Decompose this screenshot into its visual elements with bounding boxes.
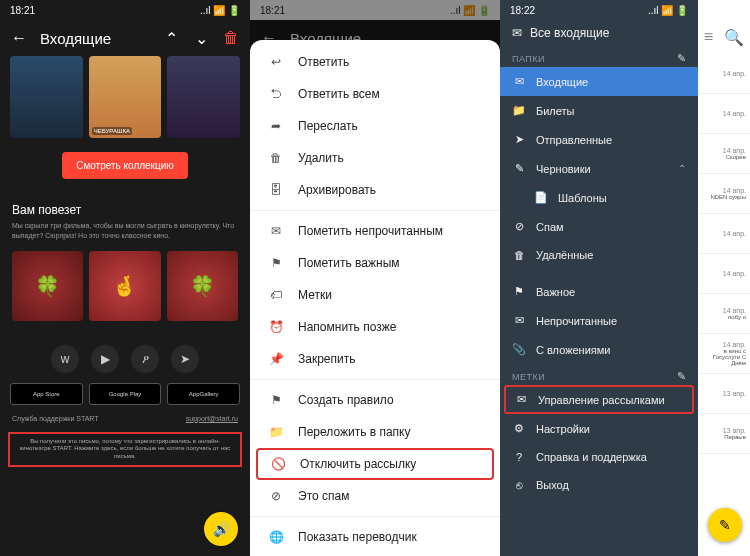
search-icon[interactable]: 🔍 <box>724 28 744 47</box>
mail-row[interactable]: 14 апр.Скорее <box>698 134 750 174</box>
menu-item[interactable]: 📌Закрепить <box>250 343 500 375</box>
drawer-item[interactable]: ⚙Настройки <box>500 414 698 443</box>
menu-item[interactable]: ⊘Это спам <box>250 480 500 512</box>
trash-icon[interactable]: 🗑 <box>222 29 240 47</box>
compose-fab[interactable]: ✎ <box>708 508 742 542</box>
menu-icon: 🗄 <box>268 183 284 197</box>
store-badges: App Store Google Play AppGallery <box>0 383 250 405</box>
unsubscribe-footer[interactable]: Вы получили это письмо, потому что зарег… <box>8 432 242 467</box>
youtube-icon[interactable]: ▶ <box>91 345 119 373</box>
support-email[interactable]: support@start.ru <box>186 415 238 422</box>
menu-icon: 🗑 <box>268 151 284 165</box>
menu-icon: ➦ <box>268 119 284 133</box>
mail-row[interactable]: 14 апр. <box>698 214 750 254</box>
menu-item[interactable]: ⏰Напомнить позже <box>250 311 500 343</box>
edit-folders-icon[interactable]: ✎ <box>677 52 687 65</box>
menu-item[interactable]: 🚫Отключить рассылку <box>256 448 494 480</box>
status-icons: ..ıl 📶 🔋 <box>200 5 240 16</box>
chevron-down-icon[interactable]: ⌄ <box>192 29 210 47</box>
all-inboxes[interactable]: ✉ Все входящие <box>500 20 698 46</box>
clover-card[interactable]: 🤞 <box>89 251 160 321</box>
telegram-icon[interactable]: ➤ <box>171 345 199 373</box>
menu-item[interactable]: ⚑Пометить важным <box>250 247 500 279</box>
menu-item[interactable]: ⮌Ответить всем <box>250 78 500 110</box>
menu-label: Это спам <box>298 489 349 503</box>
menu-icon: ⏰ <box>268 320 284 334</box>
toolbar: ← Входящие ⌃ ⌄ 🗑 <box>0 20 250 56</box>
menu-item[interactable]: 🌐Показать переводчик <box>250 521 500 553</box>
drawer-icon: ✎ <box>512 162 526 175</box>
social-row: w ▶ ዖ ➤ <box>0 345 250 373</box>
drawer-item[interactable]: ✎Черновики⌃ <box>500 154 698 183</box>
drawer-icon: ⎋ <box>512 479 526 491</box>
menu-item[interactable]: ➦Переслать <box>250 110 500 142</box>
section-folders: ПАПКИ ✎ <box>500 46 698 67</box>
drawer-item[interactable]: 📄Шаблоны <box>500 183 698 212</box>
drawer-label: Отправленные <box>536 134 612 146</box>
back-icon[interactable]: ← <box>10 29 28 47</box>
drawer-item[interactable]: ✉Непрочитанные <box>500 306 698 335</box>
drawer-label: Управление рассылками <box>538 394 665 406</box>
drawer-item[interactable]: 🗑Удалённые <box>500 241 698 269</box>
drawer-label: Спам <box>536 221 564 233</box>
mail-row[interactable]: 14 апр. <box>698 94 750 134</box>
mail-row[interactable]: 14 апр.лобу о <box>698 294 750 334</box>
menu-icon: 🚫 <box>270 457 286 471</box>
drawer-icon: 🗑 <box>512 249 526 261</box>
menu-item[interactable]: ↩Ответить <box>250 46 500 78</box>
section-labels: МЕТКИ ✎ <box>500 364 698 385</box>
mail-row[interactable]: 13 апр. <box>698 374 750 414</box>
drawer-label: Справка и поддержка <box>536 451 647 463</box>
clover-cards: 🍀 🤞 🍀 <box>12 251 238 321</box>
menu-item[interactable]: 📁Переложить в папку <box>250 416 500 448</box>
mail-row[interactable]: 14 апр. <box>698 254 750 294</box>
vk-icon[interactable]: w <box>51 345 79 373</box>
menu-label: Архивировать <box>298 183 376 197</box>
drawer-item[interactable]: ✉Управление рассылками <box>504 385 694 414</box>
drawer-item[interactable]: ⊘Спам <box>500 212 698 241</box>
poster[interactable]: ЧЕБУРАШКА <box>89 56 162 138</box>
drawer-icon: 📁 <box>512 104 526 117</box>
mail-row[interactable]: 14 апр. <box>698 54 750 94</box>
drawer-item[interactable]: ?Справка и поддержка <box>500 443 698 471</box>
drawer-item[interactable]: 📎С вложениями <box>500 335 698 364</box>
appstore-badge[interactable]: App Store <box>10 383 83 405</box>
mail-row[interactable]: 14 апр.в кино с Госуслуги С Днём <box>698 334 750 374</box>
drawer-icon: ? <box>512 451 526 463</box>
menu-label: Напомнить позже <box>298 320 396 334</box>
drawer-label: Непрочитанные <box>536 315 617 327</box>
menu-label: Пометить непрочитанным <box>298 224 443 238</box>
googleplay-badge[interactable]: Google Play <box>89 383 162 405</box>
drawer-item[interactable]: ➤Отправленные <box>500 125 698 154</box>
drawer-item[interactable]: 📁Билеты <box>500 96 698 125</box>
chevron-up-icon[interactable]: ⌃ <box>162 29 180 47</box>
menu-item[interactable]: 🗑Удалить <box>250 142 500 174</box>
menu-icon: ⊘ <box>268 489 284 503</box>
drawer-icon: ✉ <box>512 314 526 327</box>
menu-label: Показать переводчик <box>298 530 417 544</box>
drawer-item[interactable]: ⎋Выход <box>500 471 698 499</box>
drawer-label: Шаблоны <box>558 192 607 204</box>
menu-item[interactable]: ✉Пометить непрочитанным <box>250 215 500 247</box>
drawer-icon: ⚙ <box>512 422 526 435</box>
mail-row[interactable]: 14 апр.NDEN суары <box>698 174 750 214</box>
menu-item[interactable]: 🗄Архивировать <box>250 174 500 206</box>
appgallery-badge[interactable]: AppGallery <box>167 383 240 405</box>
drawer-item[interactable]: ⚑Важное <box>500 277 698 306</box>
sound-fab[interactable]: 🔊 <box>204 512 238 546</box>
menu-item[interactable]: ⚑Создать правило <box>250 384 500 416</box>
poster[interactable] <box>167 56 240 138</box>
menu-icon[interactable]: ≡ <box>704 28 713 46</box>
ok-icon[interactable]: ዖ <box>131 345 159 373</box>
drawer-item[interactable]: ✉Входящие <box>500 67 698 96</box>
poster[interactable] <box>10 56 83 138</box>
mail-row[interactable]: 13 апр.Первые <box>698 414 750 454</box>
menu-item[interactable]: 🏷Метки <box>250 279 500 311</box>
clover-card[interactable]: 🍀 <box>167 251 238 321</box>
drawer-label: Черновики <box>536 163 591 175</box>
watch-collection-button[interactable]: Смотреть коллекцию <box>62 152 188 179</box>
clover-card[interactable]: 🍀 <box>12 251 83 321</box>
movie-posters: ЧЕБУРАШКА <box>0 56 250 138</box>
edit-labels-icon[interactable]: ✎ <box>677 370 687 383</box>
bg-toolbar: ≡🔍 <box>698 20 750 54</box>
